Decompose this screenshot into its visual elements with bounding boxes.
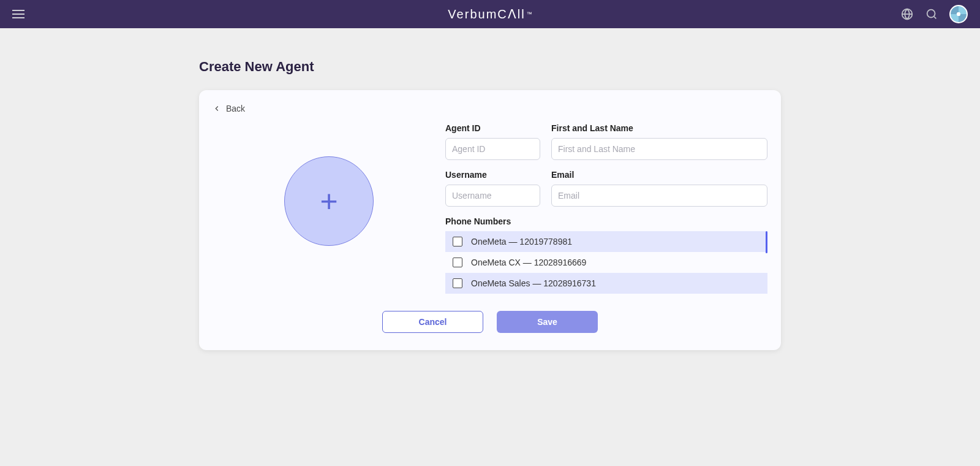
name-input[interactable] xyxy=(551,138,767,160)
save-button[interactable]: Save xyxy=(497,311,598,333)
username-label: Username xyxy=(445,170,540,180)
phone-row[interactable]: OneMeta CX — 12028916669 xyxy=(445,252,767,273)
phone-row[interactable]: OneMeta — 12019778981 xyxy=(445,231,767,252)
phone-label: OneMeta Sales — 12028916731 xyxy=(471,278,596,288)
plus-icon: + xyxy=(320,186,337,216)
brand-tm: ™ xyxy=(527,11,532,17)
phone-label: OneMeta — 12019778981 xyxy=(471,237,572,246)
back-label: Back xyxy=(226,104,245,113)
phone-label: OneMeta CX — 12028916669 xyxy=(471,258,586,267)
globe-icon xyxy=(900,7,914,21)
page-title: Create New Agent xyxy=(199,59,781,75)
brand-name: VerbumCɅll xyxy=(448,7,525,21)
cancel-label: Cancel xyxy=(419,317,447,327)
svg-point-1 xyxy=(927,10,935,18)
cancel-button[interactable]: Cancel xyxy=(382,311,483,333)
search-button[interactable] xyxy=(925,7,938,21)
agent-id-label: Agent ID xyxy=(445,123,540,133)
search-icon xyxy=(925,7,938,21)
menu-button[interactable] xyxy=(12,10,24,18)
app-bar: VerbumCɅll™ xyxy=(0,0,980,28)
chevron-left-icon xyxy=(213,104,221,113)
phone-list: OneMeta — 12019778981 OneMeta CX — 12028… xyxy=(445,231,767,294)
user-avatar[interactable] xyxy=(949,5,968,23)
phone-checkbox[interactable] xyxy=(453,258,462,267)
scrollbar-thumb[interactable] xyxy=(766,231,767,253)
menu-icon xyxy=(12,10,24,18)
agent-id-input[interactable] xyxy=(445,138,540,160)
phone-row[interactable]: OneMeta Sales — 12028916731 xyxy=(445,273,767,294)
username-input[interactable] xyxy=(445,185,540,207)
save-label: Save xyxy=(537,317,557,327)
phone-checkbox[interactable] xyxy=(453,237,462,246)
brand-logo: VerbumCɅll™ xyxy=(448,7,532,21)
phone-checkbox[interactable] xyxy=(453,278,462,288)
email-label: Email xyxy=(551,170,767,180)
email-input[interactable] xyxy=(551,185,767,207)
back-button[interactable]: Back xyxy=(213,104,767,113)
language-button[interactable] xyxy=(900,7,914,21)
form-panel: Back + Agent ID First and Last Name xyxy=(199,90,781,350)
avatar-upload[interactable]: + xyxy=(284,156,374,246)
name-label: First and Last Name xyxy=(551,123,767,133)
phone-section-label: Phone Numbers xyxy=(445,216,767,226)
